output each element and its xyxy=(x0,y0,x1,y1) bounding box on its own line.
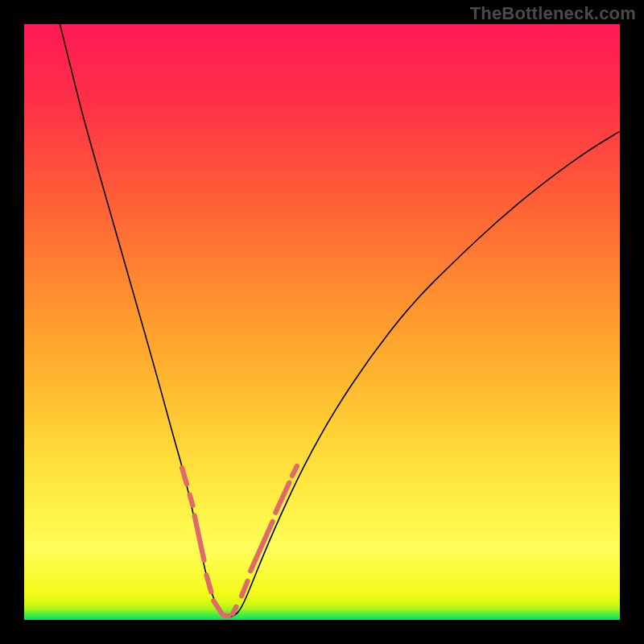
bottleneck-chart xyxy=(24,24,620,620)
highlight-dash xyxy=(233,607,236,614)
chart-frame: TheBottleneck.com xyxy=(0,0,644,644)
highlight-dash xyxy=(190,495,193,506)
plot-background xyxy=(24,24,620,620)
watermark-label: TheBottleneck.com xyxy=(470,3,636,24)
